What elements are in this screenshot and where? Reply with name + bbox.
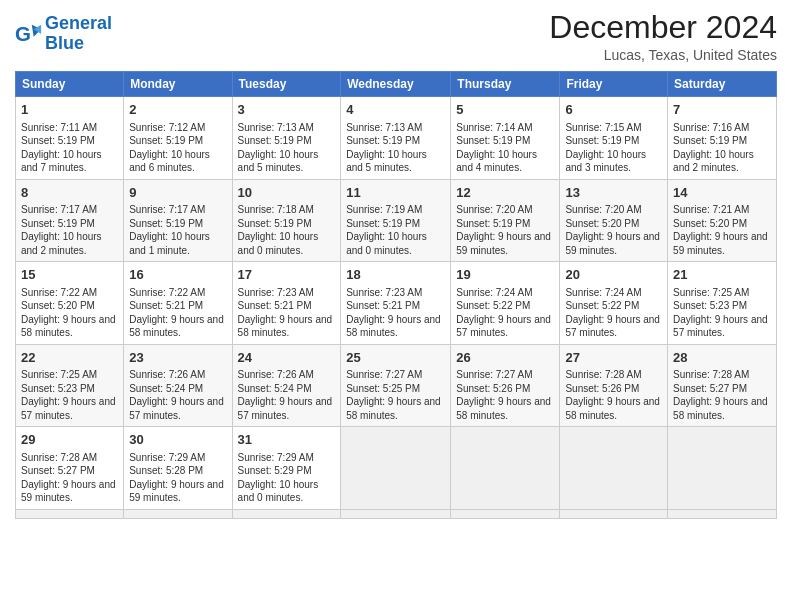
- header-thursday: Thursday: [451, 72, 560, 97]
- sunrise-text: Sunrise: 7:25 AM: [673, 287, 749, 298]
- sunset-text: Sunset: 5:19 PM: [21, 135, 95, 146]
- calendar-cell: 6Sunrise: 7:15 AMSunset: 5:19 PMDaylight…: [560, 97, 668, 180]
- daylight-text: Daylight: 9 hours and 59 minutes.: [21, 479, 116, 504]
- daylight-text: Daylight: 10 hours and 7 minutes.: [21, 149, 102, 174]
- day-number: 23: [129, 349, 226, 367]
- calendar-cell: 10Sunrise: 7:18 AMSunset: 5:19 PMDayligh…: [232, 179, 341, 262]
- logo-icon: G: [15, 20, 43, 48]
- sunrise-text: Sunrise: 7:17 AM: [21, 204, 97, 215]
- sunrise-text: Sunrise: 7:27 AM: [346, 369, 422, 380]
- calendar-cell: 24Sunrise: 7:26 AMSunset: 5:24 PMDayligh…: [232, 344, 341, 427]
- daylight-text: Daylight: 10 hours and 0 minutes.: [238, 231, 319, 256]
- sunrise-text: Sunrise: 7:22 AM: [129, 287, 205, 298]
- daylight-text: Daylight: 10 hours and 2 minutes.: [21, 231, 102, 256]
- day-number: 18: [346, 266, 445, 284]
- day-number: 2: [129, 101, 226, 119]
- daylight-text: Daylight: 10 hours and 4 minutes.: [456, 149, 537, 174]
- calendar-cell: 13Sunrise: 7:20 AMSunset: 5:20 PMDayligh…: [560, 179, 668, 262]
- daylight-text: Daylight: 9 hours and 58 minutes.: [456, 396, 551, 421]
- calendar-cell: [124, 509, 232, 518]
- sunset-text: Sunset: 5:27 PM: [21, 465, 95, 476]
- calendar-cell: 8Sunrise: 7:17 AMSunset: 5:19 PMDaylight…: [16, 179, 124, 262]
- header-wednesday: Wednesday: [341, 72, 451, 97]
- sunset-text: Sunset: 5:20 PM: [565, 218, 639, 229]
- calendar-cell: [232, 509, 341, 518]
- sunset-text: Sunset: 5:19 PM: [238, 135, 312, 146]
- logo-text: General Blue: [45, 14, 112, 54]
- sunset-text: Sunset: 5:19 PM: [346, 218, 420, 229]
- title-block: December 2024 Lucas, Texas, United State…: [549, 10, 777, 63]
- daylight-text: Daylight: 9 hours and 58 minutes.: [346, 314, 441, 339]
- sunrise-text: Sunrise: 7:25 AM: [21, 369, 97, 380]
- calendar-cell: 1Sunrise: 7:11 AMSunset: 5:19 PMDaylight…: [16, 97, 124, 180]
- daylight-text: Daylight: 9 hours and 57 minutes.: [21, 396, 116, 421]
- calendar-cell: 29Sunrise: 7:28 AMSunset: 5:27 PMDayligh…: [16, 427, 124, 510]
- logo-blue: Blue: [45, 33, 84, 53]
- calendar-row: 15Sunrise: 7:22 AMSunset: 5:20 PMDayligh…: [16, 262, 777, 345]
- sunset-text: Sunset: 5:20 PM: [21, 300, 95, 311]
- day-number: 26: [456, 349, 554, 367]
- sunset-text: Sunset: 5:19 PM: [456, 218, 530, 229]
- sunset-text: Sunset: 5:22 PM: [565, 300, 639, 311]
- day-number: 6: [565, 101, 662, 119]
- header-monday: Monday: [124, 72, 232, 97]
- day-number: 19: [456, 266, 554, 284]
- sunrise-text: Sunrise: 7:11 AM: [21, 122, 97, 133]
- sunrise-text: Sunrise: 7:14 AM: [456, 122, 532, 133]
- sunset-text: Sunset: 5:24 PM: [129, 383, 203, 394]
- sunset-text: Sunset: 5:23 PM: [673, 300, 747, 311]
- page-container: G General Blue December 2024 Lucas, Texa…: [0, 0, 792, 529]
- sunset-text: Sunset: 5:25 PM: [346, 383, 420, 394]
- sunrise-text: Sunrise: 7:23 AM: [346, 287, 422, 298]
- calendar-table: Sunday Monday Tuesday Wednesday Thursday…: [15, 71, 777, 519]
- sunrise-text: Sunrise: 7:28 AM: [565, 369, 641, 380]
- day-number: 24: [238, 349, 336, 367]
- header-saturday: Saturday: [668, 72, 777, 97]
- calendar-cell: [451, 427, 560, 510]
- daylight-text: Daylight: 9 hours and 59 minutes.: [673, 231, 768, 256]
- sunrise-text: Sunrise: 7:24 AM: [456, 287, 532, 298]
- sunrise-text: Sunrise: 7:16 AM: [673, 122, 749, 133]
- day-number: 22: [21, 349, 118, 367]
- day-number: 9: [129, 184, 226, 202]
- daylight-text: Daylight: 9 hours and 57 minutes.: [238, 396, 333, 421]
- sunrise-text: Sunrise: 7:23 AM: [238, 287, 314, 298]
- calendar-cell: 26Sunrise: 7:27 AMSunset: 5:26 PMDayligh…: [451, 344, 560, 427]
- svg-text:G: G: [15, 21, 31, 44]
- daylight-text: Daylight: 9 hours and 59 minutes.: [456, 231, 551, 256]
- daylight-text: Daylight: 10 hours and 0 minutes.: [346, 231, 427, 256]
- calendar-cell: 18Sunrise: 7:23 AMSunset: 5:21 PMDayligh…: [341, 262, 451, 345]
- daylight-text: Daylight: 9 hours and 57 minutes.: [456, 314, 551, 339]
- day-number: 7: [673, 101, 771, 119]
- calendar-cell: 27Sunrise: 7:28 AMSunset: 5:26 PMDayligh…: [560, 344, 668, 427]
- sunset-text: Sunset: 5:27 PM: [673, 383, 747, 394]
- header-friday: Friday: [560, 72, 668, 97]
- sunrise-text: Sunrise: 7:27 AM: [456, 369, 532, 380]
- calendar-cell: 31Sunrise: 7:29 AMSunset: 5:29 PMDayligh…: [232, 427, 341, 510]
- day-number: 5: [456, 101, 554, 119]
- day-number: 4: [346, 101, 445, 119]
- sunset-text: Sunset: 5:29 PM: [238, 465, 312, 476]
- day-number: 27: [565, 349, 662, 367]
- daylight-text: Daylight: 9 hours and 59 minutes.: [565, 231, 660, 256]
- sunrise-text: Sunrise: 7:22 AM: [21, 287, 97, 298]
- calendar-cell: [560, 509, 668, 518]
- daylight-text: Daylight: 10 hours and 5 minutes.: [238, 149, 319, 174]
- sunset-text: Sunset: 5:26 PM: [456, 383, 530, 394]
- calendar-cell: [560, 427, 668, 510]
- sunset-text: Sunset: 5:20 PM: [673, 218, 747, 229]
- sunset-text: Sunset: 5:24 PM: [238, 383, 312, 394]
- sunrise-text: Sunrise: 7:20 AM: [565, 204, 641, 215]
- sunrise-text: Sunrise: 7:12 AM: [129, 122, 205, 133]
- day-number: 14: [673, 184, 771, 202]
- calendar-cell: 19Sunrise: 7:24 AMSunset: 5:22 PMDayligh…: [451, 262, 560, 345]
- daylight-text: Daylight: 9 hours and 58 minutes.: [129, 314, 224, 339]
- sunset-text: Sunset: 5:22 PM: [456, 300, 530, 311]
- calendar-row: [16, 509, 777, 518]
- header: G General Blue December 2024 Lucas, Texa…: [15, 10, 777, 63]
- logo: G General Blue: [15, 14, 112, 54]
- sunrise-text: Sunrise: 7:29 AM: [238, 452, 314, 463]
- calendar-row: 8Sunrise: 7:17 AMSunset: 5:19 PMDaylight…: [16, 179, 777, 262]
- daylight-text: Daylight: 10 hours and 6 minutes.: [129, 149, 210, 174]
- sunset-text: Sunset: 5:19 PM: [673, 135, 747, 146]
